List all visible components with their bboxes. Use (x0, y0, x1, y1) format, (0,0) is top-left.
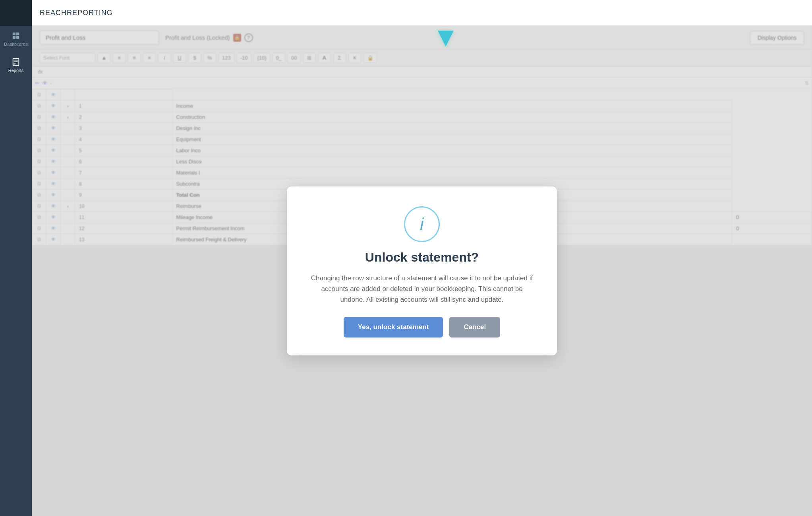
unlock-modal: i Unlock statement? Changing the row str… (287, 186, 557, 356)
main-content: Profit and Loss (Locked) 🔒 ? Display Opt… (32, 26, 812, 516)
svg-rect-1 (16, 33, 19, 35)
topbar: REACHREPORTING (32, 0, 812, 26)
svg-rect-0 (13, 33, 15, 35)
sidebar-item-reports[interactable]: Reports (0, 52, 32, 78)
modal-body: Changing the row structure of a statemen… (311, 273, 533, 305)
svg-rect-8 (13, 63, 15, 65)
svg-rect-2 (13, 36, 15, 39)
modal-title: Unlock statement? (365, 250, 479, 265)
reports-icon (12, 58, 20, 66)
sidebar-item-dashboards[interactable]: Dashboards (0, 26, 32, 52)
cancel-button[interactable]: Cancel (449, 317, 500, 338)
svg-rect-3 (16, 36, 19, 39)
modal-overlay: i Unlock statement? Changing the row str… (32, 26, 812, 516)
sidebar-logo (0, 0, 32, 26)
sidebar-item-label: Reports (8, 68, 24, 73)
brand-name: REACHREPORTING (40, 9, 113, 17)
modal-actions: Yes, unlock statement Cancel (344, 317, 500, 338)
arrow-down-icon (438, 31, 454, 47)
arrow-indicator (438, 31, 454, 47)
confirm-unlock-button[interactable]: Yes, unlock statement (344, 317, 443, 338)
info-circle-icon: i (404, 206, 440, 242)
sidebar-item-label: Dashboards (4, 42, 27, 47)
sidebar: Dashboards Reports (0, 0, 32, 516)
dashboard-icon (12, 31, 20, 40)
